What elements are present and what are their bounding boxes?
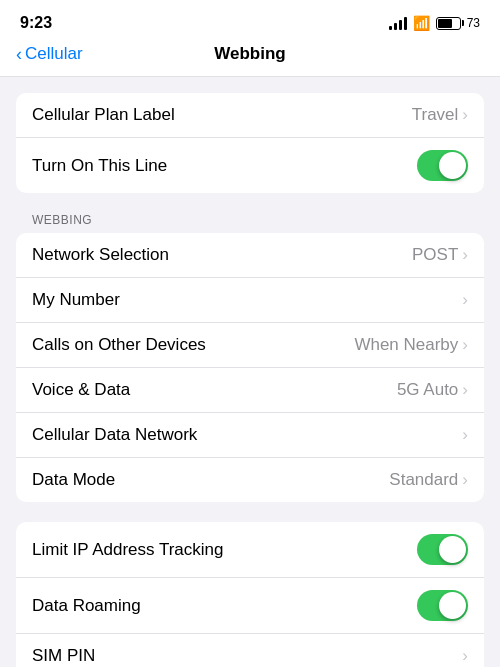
turn-on-line-label: Turn On This Line: [32, 156, 167, 176]
back-button[interactable]: ‹ Cellular: [16, 44, 83, 65]
chevron-icon: ›: [462, 646, 468, 666]
data-mode-label: Data Mode: [32, 470, 115, 490]
status-icons: 📶 73: [389, 15, 480, 31]
toggle-knob: [439, 592, 466, 619]
network-selection-value: POST: [412, 245, 458, 265]
chevron-icon: ›: [462, 105, 468, 125]
bottom-section: Limit IP Address Tracking Data Roaming S…: [0, 522, 500, 667]
battery-icon: 73: [436, 16, 480, 30]
chevron-icon: ›: [462, 470, 468, 490]
my-number-row[interactable]: My Number ›: [16, 277, 484, 322]
cellular-data-network-right: ›: [462, 425, 468, 445]
turn-on-line-toggle[interactable]: [417, 150, 468, 181]
calls-other-devices-value: When Nearby: [354, 335, 458, 355]
sim-pin-label: SIM PIN: [32, 646, 95, 666]
chevron-icon: ›: [462, 425, 468, 445]
data-mode-value: Standard: [389, 470, 458, 490]
voice-data-label: Voice & Data: [32, 380, 130, 400]
signal-icon: [389, 16, 407, 30]
cellular-data-network-row[interactable]: Cellular Data Network ›: [16, 412, 484, 457]
chevron-icon: ›: [462, 290, 468, 310]
webbing-section: WEBBING Network Selection POST › My Numb…: [0, 213, 500, 502]
cellular-plan-right: Travel ›: [412, 105, 468, 125]
data-mode-row[interactable]: Data Mode Standard ›: [16, 457, 484, 502]
back-label: Cellular: [25, 44, 83, 64]
nav-bar: ‹ Cellular Webbing: [0, 40, 500, 77]
toggle-knob: [439, 152, 466, 179]
cellular-plan-label: Cellular Plan Label: [32, 105, 175, 125]
data-roaming-row: Data Roaming: [16, 577, 484, 633]
limit-ip-label: Limit IP Address Tracking: [32, 540, 224, 560]
top-section: Cellular Plan Label Travel › Turn On Thi…: [0, 93, 500, 193]
chevron-icon: ›: [462, 335, 468, 355]
chevron-icon: ›: [462, 380, 468, 400]
sim-pin-right: ›: [462, 646, 468, 666]
webbing-card: Network Selection POST › My Number › Cal…: [16, 233, 484, 502]
calls-other-devices-row[interactable]: Calls on Other Devices When Nearby ›: [16, 322, 484, 367]
back-chevron-icon: ‹: [16, 44, 22, 65]
turn-on-line-row: Turn On This Line: [16, 137, 484, 193]
calls-other-devices-right: When Nearby ›: [354, 335, 468, 355]
page-title: Webbing: [214, 44, 285, 64]
calls-other-devices-label: Calls on Other Devices: [32, 335, 206, 355]
cellular-plan-value: Travel: [412, 105, 459, 125]
voice-data-row[interactable]: Voice & Data 5G Auto ›: [16, 367, 484, 412]
network-selection-label: Network Selection: [32, 245, 169, 265]
network-selection-right: POST ›: [412, 245, 468, 265]
network-selection-row[interactable]: Network Selection POST ›: [16, 233, 484, 277]
data-roaming-label: Data Roaming: [32, 596, 141, 616]
cellular-plan-row[interactable]: Cellular Plan Label Travel ›: [16, 93, 484, 137]
my-number-right: ›: [462, 290, 468, 310]
webbing-section-header: WEBBING: [0, 213, 500, 233]
content: Cellular Plan Label Travel › Turn On Thi…: [0, 77, 500, 667]
limit-ip-toggle[interactable]: [417, 534, 468, 565]
my-number-label: My Number: [32, 290, 120, 310]
status-time: 9:23: [20, 14, 52, 32]
wifi-icon: 📶: [413, 15, 430, 31]
voice-data-value: 5G Auto: [397, 380, 458, 400]
sim-pin-row[interactable]: SIM PIN ›: [16, 633, 484, 667]
bottom-card: Limit IP Address Tracking Data Roaming S…: [16, 522, 484, 667]
status-bar: 9:23 📶 73: [0, 0, 500, 40]
data-mode-right: Standard ›: [389, 470, 468, 490]
data-roaming-toggle[interactable]: [417, 590, 468, 621]
top-card: Cellular Plan Label Travel › Turn On Thi…: [16, 93, 484, 193]
toggle-knob: [439, 536, 466, 563]
voice-data-right: 5G Auto ›: [397, 380, 468, 400]
chevron-icon: ›: [462, 245, 468, 265]
cellular-data-network-label: Cellular Data Network: [32, 425, 197, 445]
limit-ip-row: Limit IP Address Tracking: [16, 522, 484, 577]
